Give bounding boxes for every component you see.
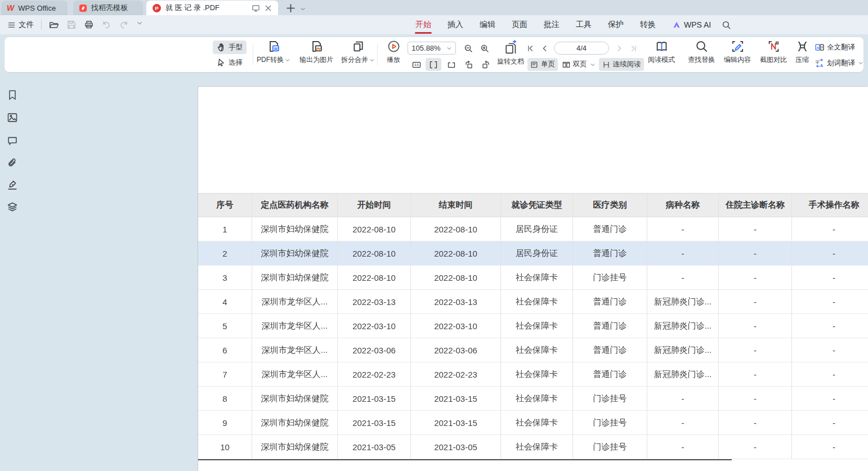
menu-page[interactable]: 页面 (512, 15, 527, 34)
table-cell: - (792, 411, 868, 435)
cursor-icon (217, 58, 226, 67)
undo-icon[interactable] (101, 20, 111, 30)
menu-tools[interactable]: 工具 (576, 15, 592, 34)
print-icon[interactable] (84, 20, 94, 30)
zoom-out-button[interactable] (462, 42, 475, 55)
svg-text:A: A (820, 64, 823, 68)
rotate-left-button[interactable] (462, 58, 476, 71)
table-header-cell: 定点医药机构名称 (252, 193, 338, 217)
play-button[interactable]: 播放 (381, 40, 406, 70)
find-replace-button[interactable]: 查找替换 (683, 40, 719, 70)
table-cell: 2022-03-06 (338, 338, 411, 362)
table-cell: 新冠肺炎门诊... (647, 314, 719, 338)
table-cell: 社会保障卡 (501, 266, 573, 290)
table-cell: - (647, 266, 719, 290)
table-cell: - (792, 241, 868, 266)
save-icon[interactable] (66, 20, 77, 30)
search-icon[interactable] (722, 20, 731, 30)
double-page-toggle[interactable]: 双页 (561, 58, 597, 71)
menu-edit[interactable]: 编辑 (480, 15, 495, 34)
menu-wps-ai[interactable]: WPS AI (672, 15, 711, 34)
menu-protect[interactable]: 保护 (608, 15, 624, 34)
close-tab-icon[interactable] (264, 4, 272, 12)
tab-document-pdf[interactable]: P 就 医 记 录 .PDF (146, 1, 278, 15)
chevron-down-icon (285, 57, 290, 63)
table-cell: - (647, 435, 719, 459)
table-cell: 2022-03-10 (338, 314, 411, 338)
export-image-button[interactable]: 输出为图片 (295, 40, 338, 70)
table-cell: 深圳市妇幼保健院 (252, 387, 338, 411)
pdf-convert-button[interactable]: W PDF转换 (253, 40, 294, 70)
table-cell: 新冠肺炎门诊... (647, 338, 719, 362)
rotate-document-button[interactable]: 旋转文档 (493, 40, 528, 70)
redo-icon[interactable] (119, 20, 129, 30)
table-cell: 2021-03-15 (411, 411, 501, 435)
page-indicator-input[interactable]: 4/4 (554, 42, 609, 55)
pdf-page[interactable]: 序号定点医药机构名称开始时间结束时间就诊凭证类型医疗类别病种名称住院主诊断名称手… (198, 87, 868, 471)
attachment-icon[interactable] (7, 158, 18, 169)
tab-wps-office[interactable]: W WPS Office (1, 1, 68, 15)
zoom-level-dropdown[interactable]: 105.88% (408, 42, 456, 55)
next-page-button[interactable] (614, 42, 625, 55)
menu-annotate[interactable]: 批注 (544, 15, 560, 34)
table-cell: 2021-03-05 (338, 435, 411, 459)
word-translate-button[interactable]: 字A 划词翻译 (815, 57, 863, 69)
table-cell: 2022-03-13 (411, 290, 501, 314)
rotate-right-button[interactable] (478, 58, 493, 71)
split-merge-button[interactable]: 拆分合并 (337, 40, 379, 70)
table-cell: 社会保障卡 (501, 387, 573, 411)
continuous-read-toggle[interactable]: 连续阅读 (599, 58, 644, 71)
edit-content-label: 编辑内容 (724, 55, 751, 65)
table-cell: 2021-03-15 (338, 387, 411, 411)
hand-tool-button[interactable]: 手型 (213, 41, 247, 54)
menu-home[interactable]: 开始 (415, 15, 431, 34)
table-cell: 门诊挂号 (573, 266, 647, 290)
book-icon (655, 40, 668, 53)
signature-icon[interactable] (7, 180, 18, 191)
hand-icon (217, 43, 226, 52)
table-cell: 深圳市妇幼保健院 (252, 217, 338, 241)
fit-page-button[interactable] (444, 58, 459, 71)
zoom-in-button[interactable] (478, 42, 491, 55)
actual-size-button[interactable]: 1:1 (410, 58, 423, 71)
single-page-toggle[interactable]: 单页 (527, 58, 558, 71)
tab-list-chevron-icon[interactable] (300, 6, 306, 12)
table-cell: - (647, 217, 719, 241)
thumbnail-icon[interactable] (7, 112, 18, 123)
open-file-icon[interactable] (49, 20, 59, 30)
table-cell: 普通门诊 (573, 338, 647, 362)
table-cell: 普通门诊 (573, 217, 647, 241)
bookmark-icon[interactable] (7, 89, 18, 101)
tab-label: WPS Office (18, 4, 56, 12)
tab-docer-templates[interactable]: 找稻壳模板 (73, 1, 143, 15)
comment-icon[interactable] (7, 135, 18, 146)
docer-logo-icon (79, 4, 87, 12)
select-tool-button[interactable]: 选择 (213, 56, 247, 69)
layers-icon[interactable] (7, 201, 18, 213)
table-row: 5深圳市龙华区人...2022-03-102022-03-10社会保障卡普通门诊… (198, 314, 868, 338)
menu-insert[interactable]: 插入 (448, 15, 463, 34)
table-cell: - (792, 435, 868, 459)
last-page-button[interactable] (628, 42, 640, 55)
next-page-icon (615, 44, 623, 52)
read-mode-button[interactable]: 阅读模式 (644, 40, 679, 70)
present-to-screen-icon[interactable] (252, 4, 260, 12)
first-page-button[interactable] (525, 42, 536, 55)
table-cell: - (719, 362, 792, 387)
quick-access-chevron-icon[interactable] (136, 20, 143, 30)
menu-convert[interactable]: 转换 (640, 15, 656, 34)
previous-page-button[interactable] (539, 42, 551, 55)
file-menu-button[interactable]: 文件 (7, 20, 34, 30)
screenshot-compare-button[interactable]: 截图对比 (755, 40, 791, 70)
table-cell: 社会保障卡 (501, 290, 573, 314)
svg-text:字: 字 (820, 46, 824, 49)
full-translate-button[interactable]: A字 全文翻译 (815, 41, 855, 53)
compress-button[interactable]: 压缩 (788, 40, 816, 70)
fit-width-button[interactable] (426, 58, 441, 71)
wps-logo-icon: W (7, 3, 14, 12)
new-tab-button[interactable] (286, 3, 296, 13)
continuous-read-label: 连续阅读 (613, 60, 641, 69)
table-header-cell: 序号 (198, 193, 252, 217)
table-cell: 2022-03-10 (411, 314, 501, 338)
edit-content-button[interactable]: 编辑内容 (719, 40, 755, 70)
